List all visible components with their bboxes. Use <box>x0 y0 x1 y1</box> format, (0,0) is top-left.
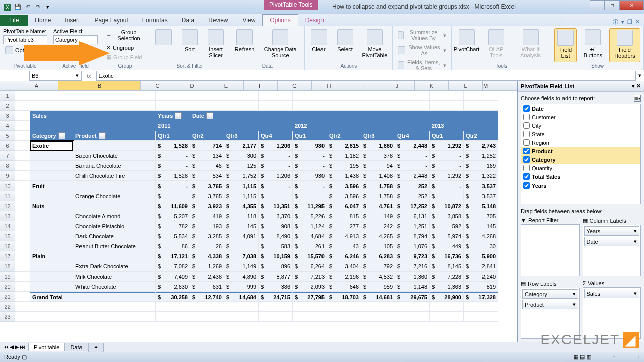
cell[interactable] <box>156 90 190 101</box>
chevron-down-icon[interactable]: ▾ <box>573 291 576 297</box>
cell[interactable]: $3,858 <box>430 211 464 221</box>
cell[interactable]: $14,684 <box>224 292 259 302</box>
cell[interactable]: $3,404 <box>327 261 361 272</box>
column-header[interactable]: C <box>141 81 175 90</box>
cell[interactable] <box>395 302 430 312</box>
pivotchart-button[interactable]: PivotChart <box>455 28 479 62</box>
cell[interactable]: $30,258 <box>156 292 190 302</box>
formula-input[interactable]: Exotic <box>96 71 636 81</box>
cell[interactable]: $1,363 <box>430 282 464 292</box>
cell[interactable] <box>190 121 224 131</box>
cell[interactable]: $6,283 <box>361 251 395 261</box>
cell[interactable] <box>361 302 395 312</box>
row-header[interactable]: 19 <box>0 272 15 282</box>
cell[interactable]: $10,159 <box>259 251 293 261</box>
row-header[interactable]: 2 <box>0 101 15 111</box>
cell[interactable]: $1,115 <box>224 191 259 201</box>
cell[interactable]: Qtr2 <box>464 131 498 141</box>
field-checkbox[interactable] <box>523 182 530 189</box>
cell[interactable]: $43 <box>327 241 361 251</box>
cell[interactable] <box>327 121 361 131</box>
cell[interactable]: $- <box>430 191 464 201</box>
cell[interactable] <box>293 302 327 312</box>
cell[interactable]: $5,900 <box>464 251 498 261</box>
cell[interactable] <box>15 231 30 241</box>
cell[interactable]: $6,047 <box>327 201 361 211</box>
cell[interactable]: $3,923 <box>190 201 224 211</box>
cell[interactable]: $242 <box>361 221 395 231</box>
cell[interactable] <box>15 191 30 201</box>
cell[interactable] <box>30 261 73 272</box>
expand-formula-icon[interactable]: ▾ <box>636 72 644 79</box>
column-header[interactable]: G <box>278 81 312 90</box>
cell[interactable] <box>15 272 30 282</box>
column-header[interactable]: L <box>449 81 483 90</box>
cell[interactable]: $- <box>293 181 327 191</box>
cell[interactable]: $300 <box>224 151 259 161</box>
cell[interactable]: $30 <box>464 241 498 251</box>
row-header[interactable]: 7 <box>0 151 15 161</box>
cell[interactable]: Plain <box>30 251 73 261</box>
cell[interactable]: $11,295 <box>293 201 327 211</box>
cell[interactable] <box>190 302 224 312</box>
cell[interactable]: $5,226 <box>293 211 327 221</box>
layout-options-icon[interactable]: ▦▾ <box>634 95 641 102</box>
cell[interactable]: $1,752 <box>224 171 259 181</box>
cell[interactable]: $1,528 <box>156 171 190 181</box>
cell[interactable]: $2,815 <box>327 141 361 151</box>
cell[interactable] <box>30 161 73 171</box>
cell[interactable]: $- <box>293 191 327 201</box>
cell[interactable]: $17,121 <box>156 251 190 261</box>
cell[interactable] <box>30 282 73 292</box>
pm-buttons-button[interactable]: +/- Buttons <box>581 28 605 62</box>
cell[interactable]: $1,880 <box>361 141 395 151</box>
cell[interactable]: $5,207 <box>156 211 190 221</box>
cell[interactable] <box>156 312 190 322</box>
zoom-controls[interactable]: ▦ ▤ ▥ ─────○───── + <box>573 354 640 360</box>
cell[interactable] <box>73 302 156 312</box>
minimize-ribbon-icon[interactable]: ▾ <box>621 19 624 25</box>
cell[interactable]: $792 <box>361 261 395 272</box>
cell[interactable]: $1,360 <box>395 272 430 282</box>
cell[interactable]: Grand Total <box>30 292 73 302</box>
cell[interactable]: $1,115 <box>224 181 259 191</box>
cell[interactable] <box>15 141 30 151</box>
cell[interactable] <box>224 90 259 101</box>
tab-file[interactable]: File <box>0 15 28 26</box>
cell[interactable] <box>156 302 190 312</box>
filter-icon[interactable]: ▾ <box>99 132 106 139</box>
cell[interactable]: Years▾ <box>156 111 190 121</box>
cell[interactable]: $125 <box>224 161 259 171</box>
cell[interactable]: $4,355 <box>224 201 259 211</box>
cell[interactable]: $105 <box>361 241 395 251</box>
minimize-button[interactable]: — <box>590 0 605 10</box>
cell[interactable]: $1,269 <box>190 261 224 272</box>
field-checkbox[interactable] <box>523 131 530 137</box>
cell[interactable]: $- <box>430 151 464 161</box>
row-header[interactable]: 8 <box>0 161 15 171</box>
cell[interactable]: $- <box>156 181 190 191</box>
row-header[interactable]: 20 <box>0 282 15 292</box>
cell[interactable]: $145 <box>464 221 498 231</box>
cell[interactable] <box>430 302 464 312</box>
cell[interactable] <box>15 131 30 141</box>
field-checkbox[interactable] <box>523 173 530 180</box>
cell[interactable] <box>259 302 293 312</box>
cell[interactable]: $13,351 <box>259 201 293 211</box>
cell[interactable] <box>15 101 30 111</box>
cell[interactable]: $- <box>259 161 293 171</box>
cell[interactable]: $277 <box>327 221 361 231</box>
cell[interactable] <box>15 201 30 211</box>
cell[interactable]: $7,409 <box>156 272 190 282</box>
cell[interactable]: $386 <box>259 282 293 292</box>
cell[interactable] <box>30 272 73 282</box>
undo-icon[interactable]: ↶ <box>23 3 32 12</box>
cell[interactable]: $10,872 <box>430 201 464 211</box>
field-item[interactable]: Product <box>521 147 640 155</box>
column-header[interactable]: D <box>175 81 209 90</box>
cell[interactable] <box>30 312 73 322</box>
cell[interactable]: $419 <box>190 211 224 221</box>
cell[interactable]: Milk Chocolate <box>73 272 156 282</box>
column-header[interactable]: A <box>15 81 58 90</box>
cell[interactable]: $714 <box>190 141 224 151</box>
